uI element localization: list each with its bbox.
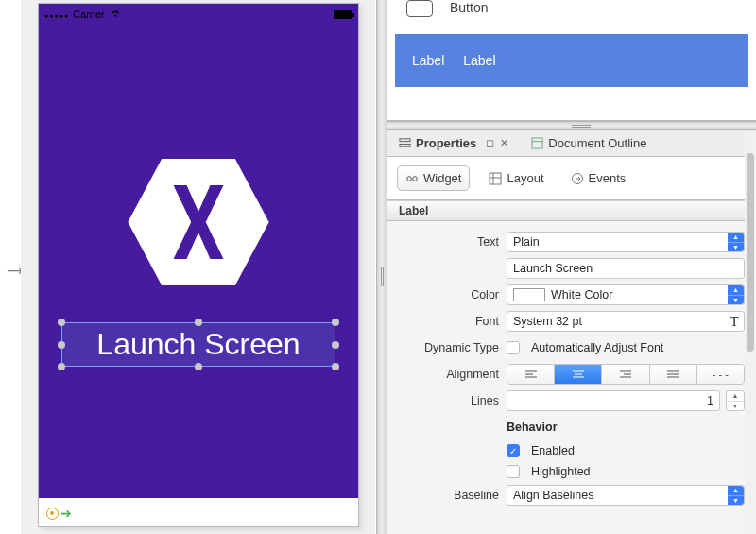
color-select[interactable]: White Color ▲▼ xyxy=(507,284,745,305)
scene-footer: ➔ xyxy=(39,500,358,526)
document-outline-icon xyxy=(531,137,543,149)
color-label: Color xyxy=(387,288,507,301)
lines-stepper[interactable]: ▲▼ xyxy=(726,390,745,411)
lines-input[interactable]: 1 xyxy=(507,390,720,411)
design-canvas[interactable]: ●●●●● Carrier Launch Screen xyxy=(21,0,375,534)
tab-events[interactable]: Events xyxy=(563,166,634,190)
enabled-checkbox[interactable]: ✓ xyxy=(507,444,520,457)
align-natural-button[interactable]: - - - xyxy=(697,365,744,384)
launch-screen-view[interactable]: Launch Screen xyxy=(39,25,358,498)
align-left-button[interactable] xyxy=(507,365,555,384)
enabled-label: Enabled xyxy=(531,444,575,457)
layout-icon xyxy=(489,172,502,185)
text-type-select[interactable]: Plain ▲▼ xyxy=(507,232,745,252)
toolbox-label-2: Label xyxy=(463,53,495,68)
svg-rect-3 xyxy=(532,138,542,148)
toolbox-panel: Button Label Label xyxy=(387,0,756,121)
select-stepper-icon: ▲▼ xyxy=(728,285,744,304)
button-widget-icon xyxy=(406,0,433,17)
pad-close-button[interactable]: ✕ xyxy=(500,137,508,149)
toolbox-item-button[interactable]: Button xyxy=(387,0,756,25)
signal-dots-icon: ●●●●● xyxy=(44,9,69,20)
scrollbar-thumb[interactable] xyxy=(747,153,754,352)
align-justify-button[interactable] xyxy=(650,365,697,384)
tab-document-outline[interactable]: Document Outline xyxy=(527,136,650,150)
tab-properties[interactable]: Properties xyxy=(395,136,480,150)
highlighted-label: Highlighted xyxy=(531,465,591,478)
xamarin-logo-icon xyxy=(123,156,274,288)
properties-icon xyxy=(399,137,411,149)
tab-widget[interactable]: Widget xyxy=(397,165,470,191)
device-frame: ●●●●● Carrier Launch Screen xyxy=(38,3,359,527)
scene-dock-viewcontroller-icon[interactable] xyxy=(46,508,59,520)
pad-dock-button[interactable]: ◻ xyxy=(486,137,494,149)
horizontal-splitter[interactable] xyxy=(387,121,756,130)
highlighted-checkbox[interactable] xyxy=(507,465,520,478)
launch-screen-label[interactable]: Launch Screen xyxy=(61,322,335,367)
font-label: Font xyxy=(387,315,507,328)
alignment-label: Alignment xyxy=(387,368,507,381)
baseline-label: Baseline xyxy=(387,489,507,502)
select-stepper-icon: ▲▼ xyxy=(728,233,744,251)
toolbox-label-1: Label xyxy=(412,53,444,68)
tab-layout[interactable]: Layout xyxy=(481,166,551,190)
resize-handle-tm[interactable] xyxy=(195,319,202,326)
baseline-select[interactable]: Align Baselines ▲▼ xyxy=(507,485,745,506)
svg-rect-7 xyxy=(490,173,501,184)
properties-scrollbar[interactable] xyxy=(745,132,756,534)
dynamic-type-label: Dynamic Type xyxy=(387,341,507,354)
toolbox-item-label-selected[interactable]: Label Label xyxy=(395,34,748,87)
behavior-heading: Behavior xyxy=(507,421,558,434)
properties-form: Text Plain ▲▼ Launch Screen Color White … xyxy=(387,221,756,508)
svg-point-6 xyxy=(413,176,418,181)
resize-handle-tl[interactable] xyxy=(58,319,65,326)
font-input[interactable]: System 32 pt T xyxy=(507,311,745,332)
font-picker-icon[interactable]: T xyxy=(725,314,744,330)
text-label: Text xyxy=(387,235,507,249)
properties-mode-tabs: Widget Layout Events xyxy=(387,157,756,200)
battery-icon xyxy=(334,10,352,19)
select-stepper-icon: ▲▼ xyxy=(728,486,744,505)
toolbox-button-label: Button xyxy=(450,0,488,15)
lines-label: Lines xyxy=(387,394,507,407)
svg-rect-1 xyxy=(400,139,410,142)
auto-adjust-font-label: Automatically Adjust Font xyxy=(531,341,663,354)
vertical-splitter[interactable] xyxy=(376,0,387,534)
svg-rect-2 xyxy=(400,144,410,146)
scene-dock-exit-icon[interactable]: ➔ xyxy=(60,506,72,521)
text-value-input[interactable]: Launch Screen xyxy=(507,258,745,279)
color-well-icon xyxy=(513,288,545,301)
widget-icon xyxy=(405,172,419,185)
statusbar-carrier: Carrier xyxy=(73,9,105,20)
align-right-button[interactable] xyxy=(602,365,649,384)
svg-point-5 xyxy=(407,176,412,181)
device-statusbar: ●●●●● Carrier xyxy=(39,4,358,25)
selected-label-element[interactable]: Launch Screen xyxy=(61,322,335,367)
resize-handle-bm[interactable] xyxy=(195,363,202,370)
events-icon xyxy=(571,172,584,185)
resize-handle-br[interactable] xyxy=(332,363,339,370)
alignment-segmented: - - - xyxy=(507,364,745,385)
panel-tabbar: Properties ◻ ✕ Document Outline xyxy=(387,130,756,157)
wifi-icon xyxy=(109,9,122,21)
resize-handle-bl[interactable] xyxy=(58,363,65,370)
resize-handle-tr[interactable] xyxy=(332,319,339,326)
auto-adjust-font-checkbox[interactable] xyxy=(507,341,520,354)
section-header-label: Label xyxy=(387,200,756,221)
resize-handle-ml[interactable] xyxy=(58,341,65,349)
align-center-button[interactable] xyxy=(555,365,602,384)
resize-handle-mr[interactable] xyxy=(332,341,339,349)
